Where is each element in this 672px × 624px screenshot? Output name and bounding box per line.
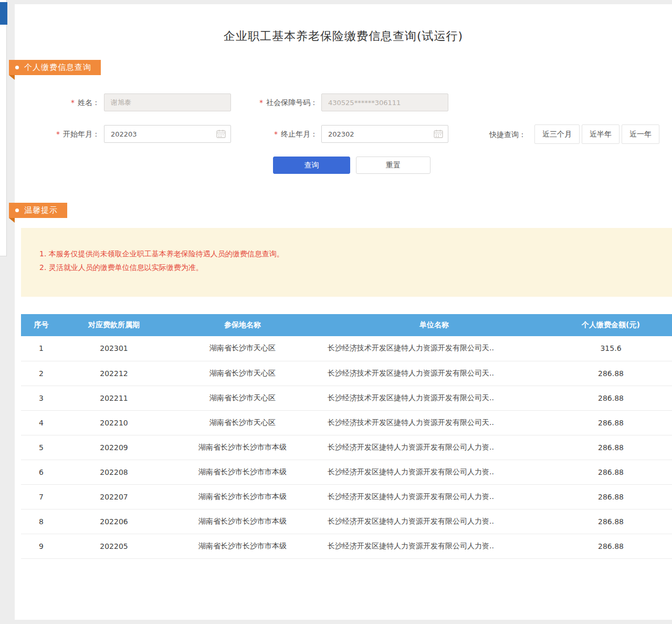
table-row: 8 202206 湖南省长沙市长沙市市本级 长沙经济开发区捷特人力资源开发有限公… <box>21 509 672 534</box>
cell-amount: 286.88 <box>550 460 672 484</box>
section-badge-label: 温馨提示 <box>24 203 58 218</box>
cell-company: 长沙经济开发区捷特人力资源开发有限公司人力资.. <box>319 460 550 484</box>
page: 企业职工基本养老保险缴费信息查询(试运行) 个人缴费信息查询 *姓名： *社会保… <box>0 0 672 624</box>
table-row: 6 202208 湖南省长沙市长沙市市本级 长沙经济开发区捷特人力资源开发有限公… <box>21 460 672 484</box>
cell-amount: 286.88 <box>550 534 672 558</box>
quick-query-group: 近三个月 近半年 近一年 <box>534 124 659 144</box>
quick-query-label: 快捷查询： <box>489 125 526 144</box>
table-header-row: 序号 对应费款所属期 参保地名称 单位名称 个人缴费金额(元) <box>21 314 672 336</box>
cell-period: 202208 <box>61 460 166 484</box>
cell-period: 202210 <box>61 410 166 435</box>
sidebar-blue-square <box>0 2 7 25</box>
cell-period: 202212 <box>61 361 166 386</box>
payment-table: 序号 对应费款所属期 参保地名称 单位名称 个人缴费金额(元) 1 202301… <box>21 314 672 559</box>
page-title: 企业职工基本养老保险缴费信息查询(试运行) <box>15 28 672 44</box>
section-badge-personal-query: 个人缴费信息查询 <box>9 60 101 75</box>
notice-box: 1. 本服务仅提供尚未领取企业职工基本养老保险待遇人员的缴费信息查询。 2. 灵… <box>21 228 672 297</box>
start-month-label: *开始年月： <box>47 125 100 143</box>
name-field <box>104 93 231 111</box>
required-asterisk: * <box>56 130 60 138</box>
required-asterisk: * <box>71 98 75 107</box>
cell-amount: 286.88 <box>550 509 672 534</box>
table-row: 2 202212 湖南省长沙市天心区 长沙经济技术开发区捷特人力资源开发有限公司… <box>21 361 672 386</box>
table-body: 1 202301 湖南省长沙市天心区 长沙经济技术开发区捷特人力资源开发有限公司… <box>21 336 672 558</box>
calendar-icon[interactable] <box>216 129 226 138</box>
cell-amount: 286.88 <box>550 435 672 460</box>
name-label: *姓名： <box>47 93 100 111</box>
header-amount: 个人缴费金额(元) <box>550 314 672 336</box>
cell-area: 湖南省长沙市长沙市市本级 <box>166 509 319 534</box>
required-asterisk: * <box>259 98 263 107</box>
ssn-label: *社会保障号码： <box>236 93 318 111</box>
left-sidebar-strip <box>0 0 7 256</box>
end-month-field[interactable] <box>321 125 448 143</box>
header-company: 单位名称 <box>319 314 550 336</box>
cell-area: 湖南省长沙市天心区 <box>166 410 319 435</box>
cell-company: 长沙经济技术开发区捷特人力资源开发有限公司天.. <box>319 410 550 435</box>
notice-line-1: 1. 本服务仅提供尚未领取企业职工基本养老保险待遇人员的缴费信息查询。 <box>39 247 662 261</box>
cell-area: 湖南省长沙市天心区 <box>166 336 319 361</box>
cell-company: 长沙经济开发区捷特人力资源开发有限公司人力资.. <box>319 509 550 534</box>
table-row: 9 202205 湖南省长沙市长沙市市本级 长沙经济开发区捷特人力资源开发有限公… <box>21 534 672 558</box>
header-period: 对应费款所属期 <box>61 314 166 336</box>
cell-no: 5 <box>21 435 61 460</box>
cell-company: 长沙经济技术开发区捷特人力资源开发有限公司天.. <box>319 361 550 386</box>
cell-amount: 286.88 <box>550 386 672 410</box>
ssn-field <box>321 93 448 111</box>
cell-area: 湖南省长沙市长沙市市本级 <box>166 460 319 484</box>
cell-area: 湖南省长沙市天心区 <box>166 386 319 410</box>
cell-amount: 315.6 <box>550 336 672 361</box>
cell-amount: 286.88 <box>550 361 672 386</box>
end-month-label: *终止年月： <box>236 125 318 143</box>
table-row: 3 202211 湖南省长沙市天心区 长沙经济技术开发区捷特人力资源开发有限公司… <box>21 386 672 410</box>
cell-period: 202209 <box>61 435 166 460</box>
cell-company: 长沙经济开发区捷特人力资源开发有限公司人力资.. <box>319 484 550 509</box>
cell-area: 湖南省长沙市长沙市市本级 <box>166 435 319 460</box>
reset-button[interactable]: 重置 <box>356 157 430 174</box>
header-area: 参保地名称 <box>166 314 319 336</box>
quick-one-year-button[interactable]: 近一年 <box>622 124 659 144</box>
table-row: 4 202210 湖南省长沙市天心区 长沙经济技术开发区捷特人力资源开发有限公司… <box>21 410 672 435</box>
cell-period: 202207 <box>61 484 166 509</box>
cell-no: 1 <box>21 336 61 361</box>
section-badge-label: 个人缴费信息查询 <box>24 60 91 75</box>
bullet-dot-icon <box>15 209 19 212</box>
cell-no: 3 <box>21 386 61 410</box>
cell-amount: 286.88 <box>550 484 672 509</box>
cell-no: 8 <box>21 509 61 534</box>
cell-no: 6 <box>21 460 61 484</box>
start-month-field[interactable] <box>104 125 231 143</box>
cell-period: 202211 <box>61 386 166 410</box>
table-row: 7 202207 湖南省长沙市长沙市市本级 长沙经济开发区捷特人力资源开发有限公… <box>21 484 672 509</box>
section-badge-tips: 温馨提示 <box>9 203 67 218</box>
cell-no: 2 <box>21 361 61 386</box>
cell-company: 长沙经济开发区捷特人力资源开发有限公司人力资.. <box>319 435 550 460</box>
cell-period: 202206 <box>61 509 166 534</box>
bullet-dot-icon <box>15 66 19 69</box>
cell-company: 长沙经济开发区捷特人力资源开发有限公司人力资.. <box>319 534 550 558</box>
cell-no: 7 <box>21 484 61 509</box>
query-button[interactable]: 查询 <box>273 157 350 174</box>
table-row: 5 202209 湖南省长沙市长沙市市本级 长沙经济开发区捷特人力资源开发有限公… <box>21 435 672 460</box>
cell-area: 湖南省长沙市天心区 <box>166 361 319 386</box>
header-no: 序号 <box>21 314 61 336</box>
cell-period: 202205 <box>61 534 166 558</box>
calendar-icon[interactable] <box>434 129 443 138</box>
cell-amount: 286.88 <box>550 410 672 435</box>
quick-3-months-button[interactable]: 近三个月 <box>534 124 580 144</box>
cell-company: 长沙经济技术开发区捷特人力资源开发有限公司天.. <box>319 386 550 410</box>
cell-no: 9 <box>21 534 61 558</box>
cell-area: 湖南省长沙市长沙市市本级 <box>166 534 319 558</box>
notice-line-2: 2. 灵活就业人员的缴费单位信息以实际缴费为准。 <box>39 261 662 274</box>
cell-company: 长沙经济技术开发区捷特人力资源开发有限公司天.. <box>319 336 550 361</box>
cell-period: 202301 <box>61 336 166 361</box>
cell-area: 湖南省长沙市长沙市市本级 <box>166 484 319 509</box>
quick-half-year-button[interactable]: 近半年 <box>582 124 620 144</box>
required-asterisk: * <box>274 130 278 138</box>
table-row: 1 202301 湖南省长沙市天心区 长沙经济技术开发区捷特人力资源开发有限公司… <box>21 336 672 361</box>
cell-no: 4 <box>21 410 61 435</box>
